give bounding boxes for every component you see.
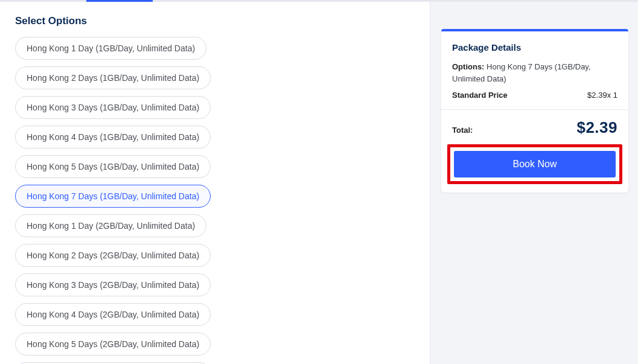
option-pill[interactable]: Hong Kong 4 Days (1GB/Day, Unlimited Dat… <box>15 126 211 148</box>
options-label: Options: <box>452 62 484 71</box>
summary-card: Package Details Options: Hong Kong 7 Day… <box>441 29 628 193</box>
options-list: Hong Kong 1 Day (1GB/Day, Unlimited Data… <box>15 37 415 364</box>
standard-price-label: Standard Price <box>452 91 508 100</box>
section-title: Select Options <box>15 15 415 27</box>
total-amount: $2.39 <box>576 118 617 137</box>
total-row: Total: $2.39 <box>452 118 617 137</box>
package-details-title: Package Details <box>452 42 617 53</box>
summary-body: Package Details Options: Hong Kong 7 Day… <box>441 31 628 193</box>
standard-price-row: Standard Price $2.39x 1 <box>452 91 617 100</box>
option-pill[interactable]: Hong Kong 1 Day (2GB/Day, Unlimited Data… <box>15 214 206 237</box>
standard-price-value: $2.39x 1 <box>587 91 617 100</box>
option-pill[interactable]: Hong Kong 2 Days (1GB/Day, Unlimited Dat… <box>15 66 211 89</box>
option-pill[interactable]: Hong Kong 5 Days (1GB/Day, Unlimited Dat… <box>15 155 211 178</box>
options-panel: Select Options Hong Kong 1 Day (1GB/Day,… <box>0 2 430 364</box>
annotation-highlight: Book Now <box>447 144 622 184</box>
option-pill[interactable]: Hong Kong 3 Days (2GB/Day, Unlimited Dat… <box>15 273 211 296</box>
option-pill[interactable]: Hong Kong 3 Days (1GB/Day, Unlimited Dat… <box>15 96 211 119</box>
option-pill[interactable]: Hong Kong 2 Days (2GB/Day, Unlimited Dat… <box>15 244 211 267</box>
option-pill[interactable]: Hong Kong 1 Day (1GB/Day, Unlimited Data… <box>15 37 206 60</box>
option-pill[interactable]: Hong Kong 5 Days (2GB/Day, Unlimited Dat… <box>15 333 211 356</box>
total-label: Total: <box>452 126 473 135</box>
option-pill[interactable]: Hong Kong 4 Days (2GB/Day, Unlimited Dat… <box>15 303 211 326</box>
book-now-button[interactable]: Book Now <box>454 151 616 177</box>
summary-divider <box>441 109 628 110</box>
selected-option-line: Options: Hong Kong 7 Days (1GB/Day, Unli… <box>452 61 617 85</box>
option-pill[interactable]: Hong Kong 7 Days (1GB/Day, Unlimited Dat… <box>15 185 211 208</box>
